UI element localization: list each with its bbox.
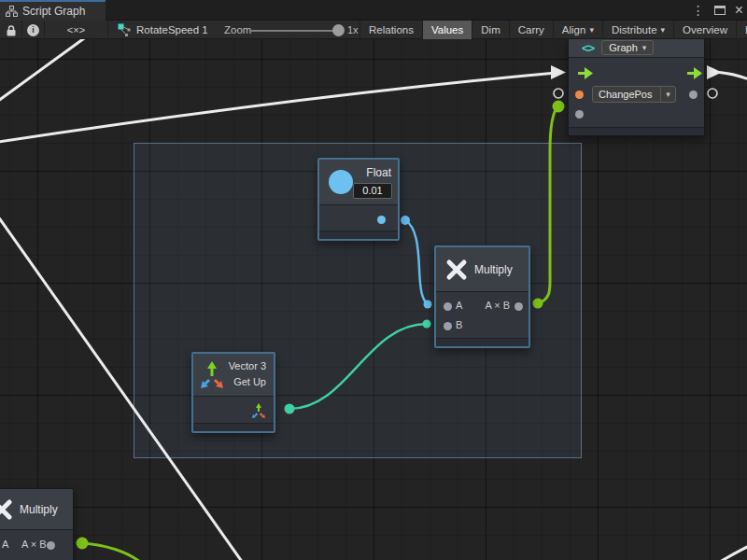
code-view-button[interactable]: <×> bbox=[45, 21, 108, 39]
code-brackets-icon: <> bbox=[582, 41, 594, 55]
zoom-slider-track[interactable] bbox=[249, 30, 333, 32]
values-button[interactable]: Values bbox=[422, 21, 472, 39]
multiply2-input-a-label: A bbox=[2, 539, 8, 550]
value-input-port-2[interactable] bbox=[575, 110, 584, 119]
vector3-getup-node[interactable]: Vector 3 Get Up bbox=[191, 352, 275, 433]
code-icon: <×> bbox=[67, 24, 85, 35]
multiply-input-a-label: A bbox=[456, 300, 462, 311]
multiply-node-footer bbox=[436, 338, 529, 346]
lock-button[interactable] bbox=[0, 21, 22, 39]
vector-node-title: Vector 3 bbox=[229, 360, 266, 371]
chevron-down-icon: ▾ bbox=[589, 21, 594, 39]
float-node[interactable]: Float 0.01 bbox=[317, 158, 400, 241]
multiply2-node-header: Multiply bbox=[0, 489, 73, 530]
chevron-down-icon: ▾ bbox=[660, 87, 675, 102]
graph-window-icon bbox=[6, 6, 18, 17]
multiply-output-label: A × B bbox=[485, 300, 510, 311]
float-output-port[interactable] bbox=[377, 216, 386, 224]
graph-node-header: <> Graph ▾ bbox=[569, 38, 704, 58]
value-input-port-orange[interactable] bbox=[575, 91, 584, 99]
multiply-x-icon bbox=[0, 497, 14, 522]
title-bar: Script Graph ⋮ × bbox=[0, 0, 747, 21]
multiply2-output-label: A × B bbox=[21, 539, 47, 550]
multiply-input-b-label: B bbox=[456, 319, 462, 330]
chevron-down-icon: ▾ bbox=[642, 43, 647, 52]
vector-node-footer bbox=[193, 423, 274, 431]
float-node-header: Float 0.01 bbox=[319, 160, 398, 205]
script-graph-window: <> Graph ▾ ChangePos ▾ Float 0.01 bbox=[0, 0, 747, 560]
multiply2-node-title: Multiply bbox=[20, 503, 58, 516]
multiply-input-a-port[interactable] bbox=[444, 302, 452, 311]
float-icon bbox=[329, 170, 353, 194]
control-input-arrow-icon[interactable] bbox=[578, 67, 594, 79]
float-node-title: Float bbox=[366, 166, 391, 179]
tab-script-graph[interactable]: Script Graph bbox=[0, 0, 106, 21]
multiply-output-port[interactable] bbox=[514, 302, 523, 311]
kebab-menu-icon[interactable]: ⋮ bbox=[692, 0, 705, 21]
multiply-x-icon bbox=[444, 258, 469, 282]
window-controls: ⋮ × bbox=[692, 0, 743, 21]
dim-button[interactable]: Dim bbox=[472, 21, 508, 39]
chevron-down-icon: ▾ bbox=[661, 21, 666, 39]
multiply-node-partial[interactable]: Multiply A A × B bbox=[0, 488, 74, 560]
zoom-label: Zoom bbox=[224, 21, 252, 39]
info-button[interactable]: i bbox=[22, 21, 45, 39]
maximize-icon[interactable] bbox=[714, 6, 726, 15]
close-icon[interactable]: × bbox=[735, 0, 743, 21]
fullscreen-button[interactable]: Full Screen bbox=[736, 21, 747, 39]
multiply2-output-port[interactable] bbox=[47, 541, 55, 550]
changepos-dropdown-value: ChangePos bbox=[593, 89, 660, 100]
lock-icon bbox=[6, 24, 17, 36]
align-button[interactable]: Align▾ bbox=[553, 21, 602, 39]
multiply-node[interactable]: Multiply A A × B B bbox=[434, 245, 530, 348]
value-output-port[interactable] bbox=[689, 91, 698, 99]
graph-dropdown-button[interactable]: Graph ▾ bbox=[601, 40, 654, 55]
vector3-output-port-icon[interactable] bbox=[251, 403, 267, 419]
info-icon: i bbox=[27, 24, 39, 36]
toolbar-buttons: Relations Values Dim Carry Align▾ Distri… bbox=[359, 21, 747, 39]
zoom-slider-handle[interactable] bbox=[332, 24, 345, 36]
changepos-dropdown[interactable]: ChangePos ▾ bbox=[592, 86, 676, 103]
graph-toolbar: i <×> RotateSpeed 1 Zoom 1x Relations Va… bbox=[0, 21, 747, 39]
graph-breadcrumb[interactable]: RotateSpeed 1 bbox=[118, 21, 220, 39]
float-node-footer bbox=[319, 231, 398, 239]
multiply-node-title: Multiply bbox=[474, 263, 513, 276]
graph-name-label: RotateSpeed 1 bbox=[136, 24, 208, 35]
distribute-button[interactable]: Distribute▾ bbox=[602, 21, 673, 39]
overview-button[interactable]: Overview bbox=[673, 21, 736, 39]
multiply-node-header: Multiply bbox=[436, 247, 529, 292]
graph-node-footer bbox=[569, 127, 704, 135]
carry-button[interactable]: Carry bbox=[509, 21, 553, 39]
relations-button[interactable]: Relations bbox=[359, 21, 422, 39]
float-value-input[interactable]: 0.01 bbox=[353, 183, 392, 199]
control-output-arrow-icon[interactable] bbox=[687, 67, 703, 79]
multiply-input-b-port[interactable] bbox=[444, 322, 452, 330]
vector-node-subtitle: Get Up bbox=[233, 376, 266, 387]
vector3-axes-icon bbox=[199, 360, 229, 390]
vector-node-header: Vector 3 Get Up bbox=[193, 354, 274, 397]
graph-asset-icon bbox=[118, 23, 131, 36]
tab-title: Script Graph bbox=[22, 5, 85, 18]
graph-dropdown-label: Graph bbox=[609, 42, 638, 53]
graph-super-node[interactable]: <> Graph ▾ ChangePos ▾ bbox=[568, 37, 705, 136]
